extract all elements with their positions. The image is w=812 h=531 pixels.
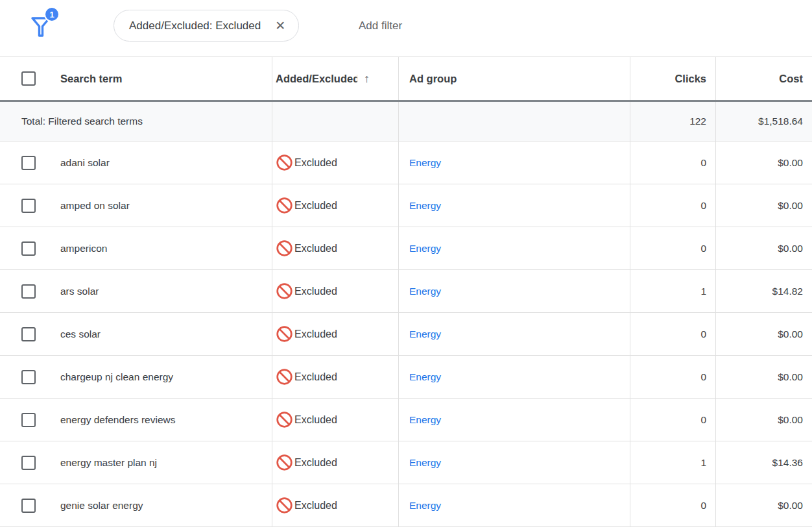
cost-cell: $0.00 [716, 142, 812, 184]
clicks-cell: 0 [630, 313, 716, 355]
ad-group-link[interactable]: Energy [409, 286, 441, 297]
header-added-excluded[interactable]: Added/Excluded ↑ [272, 57, 399, 100]
status-cell: Excluded [272, 399, 399, 441]
ad-group-cell: Energy [399, 142, 630, 184]
ad-group-cell: Energy [399, 441, 630, 484]
ad-group-link[interactable]: Energy [409, 500, 441, 512]
status-cell: Excluded [272, 270, 399, 312]
header-search-term-label: Search term [60, 73, 122, 85]
ad-group-link[interactable]: Energy [409, 328, 441, 340]
row-checkbox[interactable] [21, 199, 36, 213]
status-label: Excluded [294, 457, 337, 469]
ad-group-cell: Energy [399, 356, 630, 398]
search-term-cell: ampericon [0, 227, 272, 269]
cost-cell: $0.00 [716, 484, 812, 526]
clicks-cell: 1 [630, 270, 716, 312]
status-label: Excluded [294, 286, 337, 297]
row-checkbox[interactable] [21, 370, 36, 384]
table-row: ampericon Excluded Energy 0 $0.00 [0, 227, 812, 270]
status-cell: Excluded [272, 356, 399, 398]
excluded-block-icon [276, 497, 293, 514]
filter-chip-label: Added/Excluded: Excluded [129, 19, 261, 32]
add-filter-button[interactable]: Add filter [359, 10, 402, 42]
search-term-text: ars solar [60, 286, 99, 297]
ad-group-link[interactable]: Energy [409, 457, 441, 469]
search-term-cell: ces solar [0, 313, 272, 355]
clicks-cell: 0 [630, 356, 716, 398]
row-checkbox[interactable] [21, 413, 36, 427]
ad-group-link[interactable]: Energy [409, 243, 441, 254]
total-row: Total: Filtered search terms 122 $1,518.… [0, 102, 812, 142]
status-label: Excluded [294, 414, 337, 426]
table-row: genie solar energy Excluded Energy 0 $0.… [0, 484, 812, 527]
row-checkbox[interactable] [21, 156, 36, 170]
header-added-excluded-label: Added/Excluded [276, 73, 357, 85]
excluded-block-icon [276, 411, 293, 428]
ad-group-link[interactable]: Energy [409, 414, 441, 426]
cost-cell: $0.00 [716, 399, 812, 441]
ad-group-link[interactable]: Energy [409, 200, 441, 212]
excluded-block-icon [276, 368, 293, 386]
header-ad-group[interactable]: Ad group [399, 57, 630, 100]
search-term-text: energy defenders reviews [60, 414, 176, 426]
excluded-block-icon [276, 197, 293, 214]
search-terms-table: Search term Added/Excluded ↑ Ad group Cl… [0, 56, 812, 527]
row-checkbox[interactable] [21, 284, 36, 299]
row-checkbox[interactable] [21, 327, 36, 341]
row-checkbox[interactable] [21, 241, 36, 256]
status-label: Excluded [294, 371, 337, 383]
status-cell: Excluded [272, 313, 399, 355]
clicks-cell: 0 [630, 142, 716, 184]
ad-group-cell: Energy [399, 227, 630, 269]
search-term-cell: energy defenders reviews [0, 399, 272, 441]
search-term-text: energy master plan nj [60, 457, 157, 469]
table-row: ars solar Excluded Energy 1 $14.82 [0, 270, 812, 313]
header-search-term[interactable]: Search term [0, 57, 272, 100]
clicks-cell: 0 [630, 484, 716, 526]
cost-cell: $14.36 [716, 441, 812, 484]
total-row-cost: $1,518.64 [716, 102, 812, 141]
search-term-cell: energy master plan nj [0, 441, 272, 484]
search-term-cell: chargeup nj clean energy [0, 356, 272, 398]
search-term-text: amped on solar [60, 200, 130, 212]
filter-chip-added-excluded[interactable]: Added/Excluded: Excluded ✕ [113, 10, 299, 42]
select-all-checkbox[interactable] [21, 71, 36, 86]
search-term-cell: amped on solar [0, 184, 272, 227]
ad-group-link[interactable]: Energy [409, 371, 441, 383]
ad-group-link[interactable]: Energy [409, 157, 441, 169]
status-cell: Excluded [272, 142, 399, 184]
row-checkbox[interactable] [21, 456, 36, 470]
search-term-cell: adani solar [0, 142, 272, 184]
table-row: adani solar Excluded Energy 0 $0.00 [0, 142, 812, 184]
filter-toolbar: 1 Added/Excluded: Excluded ✕ Add filter [0, 0, 812, 56]
clicks-cell: 0 [630, 399, 716, 441]
status-cell: Excluded [272, 184, 399, 227]
status-cell: Excluded [272, 484, 399, 526]
status-label: Excluded [294, 243, 337, 254]
filter-chip-close-icon[interactable]: ✕ [274, 18, 287, 33]
excluded-block-icon [276, 240, 293, 257]
table-row: amped on solar Excluded Energy 0 $0.00 [0, 184, 812, 227]
search-term-cell: ars solar [0, 270, 272, 312]
cost-cell: $0.00 [716, 227, 812, 269]
row-checkbox[interactable] [21, 499, 36, 513]
cost-cell: $0.00 [716, 356, 812, 398]
total-row-adgroup-cell [399, 102, 630, 141]
search-term-text: adani solar [60, 157, 110, 169]
filter-count-badge: 1 [44, 6, 60, 22]
clicks-cell: 0 [630, 227, 716, 269]
total-row-status-cell [272, 102, 399, 141]
table-row: chargeup nj clean energy Excluded Energy… [0, 356, 812, 399]
cost-cell: $14.82 [716, 270, 812, 312]
ad-group-cell: Energy [399, 399, 630, 441]
filter-button[interactable]: 1 [29, 8, 62, 43]
cost-cell: $0.00 [716, 313, 812, 355]
ad-group-cell: Energy [399, 184, 630, 227]
header-cost[interactable]: Cost [716, 57, 812, 100]
table-body: adani solar Excluded Energy 0 $0.00 ampe… [0, 142, 812, 527]
table-row: energy master plan nj Excluded Energy 1 … [0, 441, 812, 484]
excluded-block-icon [276, 454, 293, 471]
excluded-block-icon [276, 154, 293, 171]
cost-cell: $0.00 [716, 184, 812, 227]
header-clicks[interactable]: Clicks [630, 57, 716, 100]
